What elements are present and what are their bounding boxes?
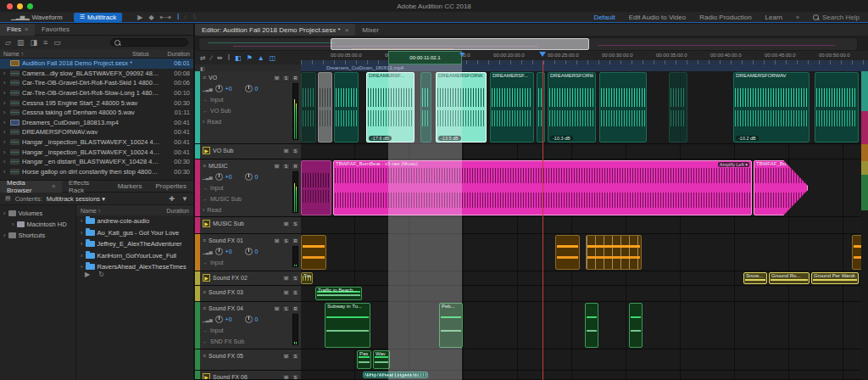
expander-icon[interactable]: › bbox=[3, 232, 6, 239]
new-tag-icon[interactable]: ◨ bbox=[30, 38, 37, 47]
files-column-header[interactable]: Name ↑ Status Duration bbox=[0, 49, 193, 59]
import-file-icon[interactable]: ▥ bbox=[17, 38, 25, 47]
marker-icon[interactable]: ⚑ bbox=[247, 54, 253, 62]
expander-icon[interactable]: › bbox=[3, 149, 10, 155]
expander-icon[interactable]: › bbox=[3, 109, 10, 115]
ruler-selection[interactable]: 00:00:11:02.1 bbox=[388, 51, 462, 64]
audio-clip[interactable] bbox=[629, 303, 643, 348]
track-lane[interactable] bbox=[301, 234, 868, 271]
mute-button[interactable]: M bbox=[282, 275, 290, 282]
track-header[interactable]: ≡VOMSR▁▃▅+00→Input←VO Sub›Read bbox=[195, 71, 301, 143]
menu-item-learn[interactable]: Learn bbox=[765, 14, 782, 21]
track-lane[interactable]: Subway in Tu...Peb... bbox=[301, 302, 868, 349]
slip-tool-icon[interactable]: ⇹ bbox=[217, 54, 223, 62]
audio-clip[interactable] bbox=[669, 72, 687, 142]
add-shortcut-icon[interactable]: ✚ bbox=[169, 195, 175, 203]
track-menu-icon[interactable]: ≡ bbox=[203, 305, 206, 311]
contents-dropdown[interactable]: Multitrack sessions ▾ bbox=[47, 195, 105, 203]
expander-icon[interactable]: › bbox=[3, 129, 10, 135]
volume-knob[interactable] bbox=[215, 248, 223, 255]
audio-clip[interactable]: Peb... bbox=[439, 303, 463, 348]
pan-knob[interactable] bbox=[245, 316, 253, 323]
mute-button[interactable]: M bbox=[273, 305, 281, 312]
pen-icon[interactable]: ∖ bbox=[192, 14, 197, 21]
snap-icon[interactable]: ◧ bbox=[235, 54, 242, 62]
waveform-view-button[interactable]: ▁▂▅▂ Waveform bbox=[5, 13, 69, 22]
cti-marker[interactable] bbox=[459, 53, 465, 59]
mute-button[interactable]: M bbox=[282, 374, 290, 380]
media-folder-row[interactable]: ›Jeffrey_E_AlexTheAdventurer bbox=[76, 238, 193, 250]
clip-gain-badge[interactable]: -10.2 dB bbox=[736, 136, 759, 141]
mute-button[interactable]: M bbox=[282, 353, 290, 360]
track-lane[interactable]: Whip Wheat Lingens in... bbox=[301, 371, 868, 379]
audio-clip[interactable]: Ground Per Wardr... bbox=[811, 272, 859, 284]
input-selector[interactable]: Input bbox=[210, 185, 224, 191]
track-header[interactable]: ≡MUSICMSR▁▃▅+00→Input←MUSIC Sub›Read bbox=[195, 159, 301, 216]
volume-knob[interactable] bbox=[215, 173, 223, 181]
solo-button[interactable]: S bbox=[282, 305, 290, 312]
tab-markers[interactable]: Markers bbox=[111, 181, 149, 193]
file-row[interactable]: ›Horse gallop on dirt constantly then st… bbox=[0, 167, 193, 177]
track-header[interactable]: ≡Sound FX 03MS bbox=[195, 286, 301, 301]
move-tool-icon[interactable]: ⇄ bbox=[200, 54, 206, 62]
audio-clip[interactable]: Traffic in Beach... bbox=[315, 287, 362, 300]
file-row[interactable]: ›Cessna 195 Engine Start_2 48000 5.wav00… bbox=[0, 98, 193, 108]
menu-item-radio-production[interactable]: Radio Production bbox=[699, 14, 751, 21]
tree-item-volumes[interactable]: ›Volumes bbox=[0, 208, 75, 219]
track-header[interactable]: ▶Sound FX 06MS bbox=[195, 371, 301, 379]
output-bus-selector[interactable]: VO Sub bbox=[210, 108, 231, 114]
solo-button[interactable]: S bbox=[292, 275, 299, 282]
file-row[interactable]: ›Cessna taking off Denham 48000 5.wav01:… bbox=[0, 108, 193, 118]
solo-button[interactable]: S bbox=[282, 75, 290, 81]
output-bus-selector[interactable]: SND FX Sub bbox=[210, 338, 244, 344]
zoom-navigator[interactable] bbox=[198, 37, 858, 51]
input-selector[interactable]: Input bbox=[210, 327, 224, 333]
vertical-scrollbar[interactable] bbox=[861, 71, 868, 380]
arm-button[interactable]: R bbox=[292, 305, 299, 312]
track-name[interactable]: Sound FX 05 bbox=[209, 353, 243, 359]
expander-icon[interactable]: › bbox=[3, 120, 10, 126]
track-lane[interactable]: TraSnow...Ground Ro...Ground Per Wardr..… bbox=[301, 271, 868, 285]
audio-clip[interactable] bbox=[555, 235, 580, 270]
playhead-marker[interactable] bbox=[539, 52, 546, 60]
track-name[interactable]: Sound FX 06 bbox=[213, 374, 248, 379]
solo-button[interactable]: S bbox=[292, 148, 299, 154]
clip-effect-tag[interactable]: Amplify Left ▾ bbox=[718, 162, 749, 167]
workspace-selector[interactable]: Default bbox=[593, 14, 615, 21]
track-name[interactable]: MUSIC Sub bbox=[213, 221, 244, 226]
track-name[interactable]: Sound FX 02 bbox=[213, 275, 248, 281]
panel-menu-icon[interactable]: ≡ bbox=[25, 26, 28, 32]
expander-icon[interactable]: › bbox=[81, 240, 83, 248]
audio-clip[interactable] bbox=[301, 72, 316, 142]
volume-knob[interactable] bbox=[215, 316, 223, 323]
timeline-ruler[interactable]: 00:00:05:00.000:00:10:00.000:00:15:00.00… bbox=[301, 51, 868, 64]
audio-clip[interactable] bbox=[585, 303, 598, 348]
expander-icon[interactable]: › bbox=[3, 169, 10, 175]
track-header[interactable]: ≡Sound FX 01MSR▁▃▅+00→Input bbox=[195, 234, 301, 271]
mute-button[interactable]: M bbox=[282, 289, 290, 296]
track-name[interactable]: Sound FX 01 bbox=[209, 238, 243, 243]
tab-mixer[interactable]: Mixer bbox=[355, 24, 386, 36]
volume-knob[interactable] bbox=[215, 85, 223, 92]
audio-clip[interactable] bbox=[586, 235, 642, 270]
media-column-header[interactable]: Name ↑ Duration bbox=[76, 205, 193, 215]
audio-clip[interactable] bbox=[301, 235, 326, 270]
metronome-icon[interactable]: ▲ bbox=[258, 54, 264, 62]
track-menu-icon[interactable]: ≡ bbox=[203, 353, 206, 359]
arm-button[interactable]: R bbox=[292, 163, 299, 170]
tab-media-browser[interactable]: Media Browser≡ bbox=[0, 181, 62, 193]
open-folder-icon[interactable]: ▱ bbox=[5, 38, 11, 47]
expander-icon[interactable]: › bbox=[81, 217, 83, 225]
tab-properties[interactable]: Properties bbox=[149, 181, 193, 193]
pan-knob[interactable] bbox=[245, 173, 253, 181]
close-icon[interactable]: × bbox=[345, 26, 349, 34]
track-lane[interactable] bbox=[301, 217, 868, 233]
tree-item-macintosh-hd[interactable]: ›Macintosh HD bbox=[0, 219, 75, 230]
clip-gain-badge[interactable]: -17.6 dB bbox=[369, 136, 392, 141]
trim-icon[interactable]: ⇤⇥ bbox=[160, 14, 171, 21]
menu-item-edit-audio-to-video[interactable]: Edit Audio to Video bbox=[629, 14, 686, 21]
solo-button[interactable]: S bbox=[292, 289, 299, 296]
expander-icon[interactable]: › bbox=[3, 159, 10, 165]
track-menu-icon[interactable]: ≡ bbox=[203, 75, 206, 81]
expander-icon[interactable]: › bbox=[3, 100, 10, 106]
